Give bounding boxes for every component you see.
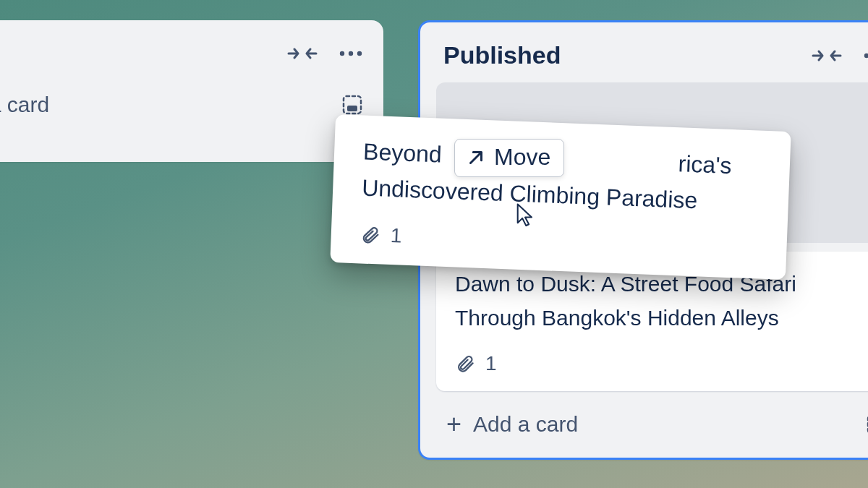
card-meta: 1 — [359, 223, 765, 262]
card-title: Beyond Patagonia: South America's Undisc… — [361, 134, 768, 221]
card-template-icon[interactable] — [341, 94, 363, 116]
move-tooltip: Move — [454, 139, 564, 177]
list-title[interactable]: Published — [443, 41, 561, 69]
collapse-list-icon[interactable] — [811, 47, 843, 64]
svg-point-0 — [340, 51, 344, 55]
list-column[interactable]: ing + Add a card — [0, 20, 383, 162]
collapse-list-icon[interactable] — [286, 45, 318, 62]
plus-icon: + — [446, 411, 461, 437]
list-header: Published — [433, 35, 868, 77]
list-menu-icon[interactable] — [863, 52, 868, 59]
svg-point-1 — [349, 51, 353, 55]
add-card-button[interactable]: + Add a card — [441, 407, 584, 442]
list-header-actions — [811, 47, 868, 64]
attachment-icon — [455, 354, 475, 374]
svg-point-5 — [864, 53, 868, 57]
add-card-label: Add a card — [0, 93, 49, 117]
list-footer: + Add a card — [0, 82, 370, 122]
add-card-button[interactable]: + Add a card — [0, 87, 55, 122]
list-footer: + Add a card — [433, 401, 868, 442]
list-menu-icon[interactable] — [339, 50, 363, 57]
attachment-count: 1 — [390, 224, 402, 248]
arrow-up-right-icon — [465, 147, 487, 168]
list-header-actions — [286, 45, 363, 62]
attachment-count: 1 — [485, 352, 497, 375]
svg-point-2 — [357, 51, 362, 55]
move-tooltip-label: Move — [494, 144, 550, 171]
svg-rect-4 — [347, 106, 357, 111]
attachment-icon — [359, 225, 380, 246]
list-header: ing — [0, 33, 370, 74]
card-title: Dawn to Dusk: A Street Food Safari Throu… — [455, 267, 868, 335]
card-meta: 1 — [455, 352, 868, 375]
add-card-label: Add a card — [473, 412, 578, 437]
